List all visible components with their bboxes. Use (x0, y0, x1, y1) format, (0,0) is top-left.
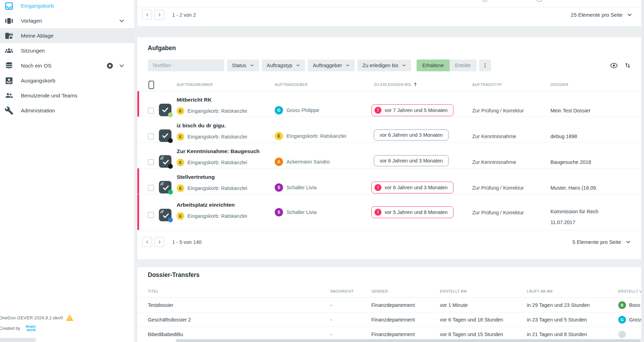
sort-icon[interactable] (624, 62, 631, 69)
column-header-dossier[interactable]: DOSSIER (550, 79, 569, 91)
prev-page-button[interactable] (142, 10, 152, 20)
zu-erledigen-bis-filter-dropdown[interactable]: Zu erledigen bis (357, 59, 411, 71)
task-title[interactable]: Arbeitsplatz einrichten (177, 202, 247, 208)
column-header-nachricht[interactable]: NACHRICHT (330, 289, 354, 293)
overdue-indicator-bar (137, 91, 139, 117)
task-row[interactable]: iz bisch du dr gigu. EEingangskorb: Rats… (137, 117, 642, 143)
sidebar-item-noch-ein-os[interactable]: Noch ein OS (0, 58, 134, 73)
filter-label: Auftraggeber (313, 63, 342, 68)
page-size-selector[interactable]: 5 Elemente pro Seite (572, 239, 631, 245)
row-checkbox[interactable] (148, 108, 154, 114)
vertical-scrollbar[interactable] (641, 0, 644, 342)
task-issuer: Schaller Livia (287, 185, 316, 190)
favorite-star-icon[interactable] (106, 62, 114, 70)
avatar: S (275, 183, 283, 192)
toggle-erhaltene[interactable]: Erhaltene (417, 59, 449, 71)
auftragstyp-filter-dropdown[interactable]: Auftragstyp (262, 59, 305, 71)
task-dossier[interactable]: Baugesuche 2018 (550, 159, 639, 165)
task-type: Zur Prüfung / Korrektur (472, 210, 524, 215)
due-date-text: vor 6 Jahren und 3 Monaten (380, 132, 443, 138)
pagination-range: 1 - 5 von 140 (172, 239, 202, 245)
task-assignee: Eingangskorb: Ratskanzlei (187, 160, 247, 165)
task-row[interactable]: Arbeitsplatz einrichten EEingangskorb: R… (137, 194, 642, 230)
sidebar-item-vorlagen[interactable]: Vorlagen (0, 13, 134, 28)
horizontal-scrollbar[interactable] (176, 339, 641, 342)
transfer-row[interactable]: Geschäftsdossier 2 - Finanzdepartement v… (137, 312, 642, 327)
prev-page-button[interactable] (142, 237, 152, 247)
avatar: E (177, 107, 184, 115)
transfer-titel[interactable]: Testdossier (148, 302, 173, 308)
task-title[interactable]: Mitbericht RK (177, 97, 247, 103)
eye-icon[interactable] (610, 62, 618, 70)
transfer-erstellt-von: - (618, 331, 626, 338)
task-status-icon (159, 104, 171, 116)
chevron-down-icon[interactable] (118, 62, 125, 69)
status-dot (168, 190, 173, 194)
task-main-cell: Stellvertretung EEingangskorb: Ratskanzl… (177, 174, 247, 192)
column-header-erstellt-am[interactable]: ERSTELLT AM (440, 289, 467, 293)
task-issuer-cell: SSchaller Livia (275, 183, 316, 192)
status-dot (168, 112, 173, 117)
next-page-button[interactable] (154, 237, 164, 247)
task-dossier[interactable]: Mein Test Dossier (550, 108, 639, 113)
creator-name: Boss Hugo (629, 302, 642, 308)
column-header-sender[interactable]: SENDER (371, 289, 388, 293)
task-row[interactable]: Stellvertretung EEingangskorb: Ratskanzl… (137, 168, 642, 194)
select-all-checkbox[interactable] (148, 81, 154, 89)
avatar: G (618, 316, 626, 324)
task-main-cell: iz bisch du dr gigu. EEingangskorb: Rats… (177, 122, 247, 141)
task-dossier[interactable]: Muster, Hans (18.09. (550, 185, 639, 191)
column-header-laeuft-ab-am[interactable]: LÄUFT AB AM (527, 289, 553, 293)
column-header-zu-erledigen-bis[interactable]: ZU ERLEDIGEN BIS (374, 79, 418, 91)
more-options-button[interactable] (479, 59, 491, 71)
task-title[interactable]: Zur Kenntnisnahme: Baugesuch (177, 148, 260, 154)
column-header-auftragnehmer[interactable]: AUFTRAGNEHMER (177, 79, 213, 91)
sidebar-item-eingangskorb[interactable]: Eingangskorb (0, 0, 134, 13)
column-header-auftraggeber[interactable]: AUFTRAGGEBER (275, 79, 308, 91)
sidebar-item-label: Eingangskorb (21, 3, 54, 9)
status-filter-dropdown[interactable]: Status (227, 59, 259, 71)
meetings-icon (5, 46, 14, 55)
text-filter-input[interactable] (148, 59, 224, 71)
horizontal-scrollbar-left[interactable] (0, 338, 36, 342)
transfers-table-header: TITEL NACHRICHT SENDER ERSTELLT AM LÄUFT… (137, 286, 642, 298)
chevron-down-icon (402, 63, 406, 67)
created-by-text: Created by (0, 326, 20, 331)
task-title[interactable]: Stellvertretung (177, 174, 247, 180)
transfer-row[interactable]: Testdossier - Finanzdepartement vor 1 Mi… (137, 298, 642, 312)
auftraggeber-filter-dropdown[interactable]: Auftraggeber (308, 59, 355, 71)
toggle-erteilte[interactable]: Erteilte (450, 59, 476, 71)
due-date-text: vor 5 Jahren und 8 Monaten (385, 209, 448, 215)
task-row[interactable]: Mitbericht RK EEingangskorb: Ratskanzlei… (137, 91, 642, 117)
column-header-erstellt-von[interactable]: ERSTELLT VON (618, 289, 642, 293)
transfer-titel[interactable]: Geschäftsdossier 2 (148, 317, 191, 323)
next-page-button[interactable] (154, 10, 164, 20)
sidebar-item-sitzungen[interactable]: Sitzungen (0, 43, 134, 58)
task-row[interactable]: Zur Kenntnisnahme: Baugesuch EEingangsko… (137, 143, 642, 168)
row-checkbox[interactable] (148, 159, 154, 165)
task-title[interactable]: iz bisch du dr gigu. (177, 122, 247, 129)
page-size-selector[interactable]: 25 Elemente pro Seite (571, 12, 633, 18)
4teamwork-logo[interactable]: 4eam work (25, 325, 36, 332)
sidebar-item-benutzende-und-teams[interactable]: Benutzende und Teams (0, 88, 134, 103)
task-due-cell: vor 6 Jahren und 3 Monaten (371, 129, 449, 142)
repository-icon (5, 61, 14, 70)
sidebar-item-meine-ablage[interactable]: Meine Ablage (0, 28, 134, 43)
task-issuer: Eingangskorb: Ratskanzlei (287, 133, 346, 139)
row-checkbox[interactable] (148, 212, 154, 218)
transfer-sender: Finanzdepartement (371, 302, 415, 308)
column-header-titel[interactable]: TITEL (148, 289, 159, 293)
sidebar-item-administration[interactable]: Administration (0, 103, 134, 118)
transfer-titel[interactable]: BibedibabediBu (148, 332, 183, 337)
row-checkbox[interactable] (148, 185, 154, 191)
column-header-auftragstyp[interactable]: AUFTRAGSTYP (472, 79, 502, 91)
chevron-down-icon[interactable] (118, 17, 125, 24)
task-dossier[interactable]: Kommission für Rech 11.07.2017 (550, 206, 639, 228)
row-checkbox[interactable] (148, 133, 154, 140)
sidebar-item-ausgangskorb[interactable]: Ausgangskorb (0, 73, 134, 88)
task-dossier[interactable]: debug 1898 (550, 134, 639, 139)
task-main-cell: Mitbericht RK EEingangskorb: Ratskanzlei (177, 97, 247, 115)
chevron-down-icon (625, 239, 631, 245)
tasks-pagination: 1 - 5 von 140 5 Elemente pro Seite (142, 237, 631, 247)
clipped-row-fragment (537, 0, 542, 2)
